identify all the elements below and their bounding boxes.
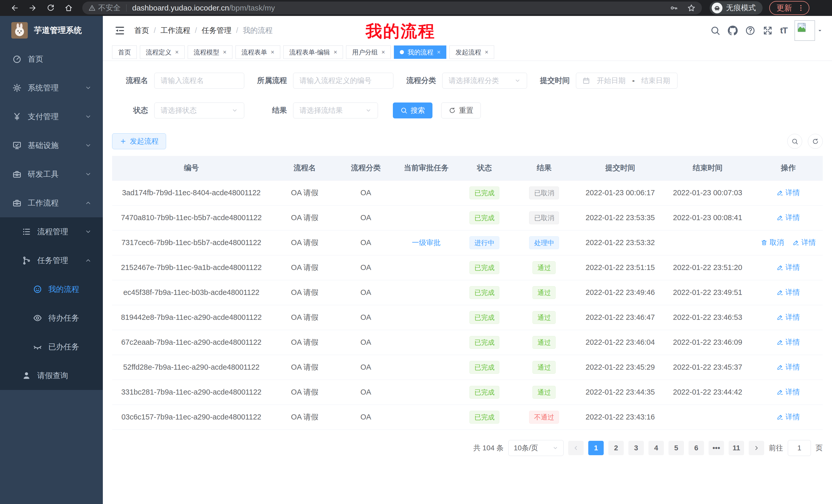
cell-current-task [393,305,460,330]
tab-user-group[interactable]: 用户分组 × [346,46,391,59]
github-icon[interactable] [728,25,738,36]
page-size-select[interactable]: 10条/页 [508,440,564,456]
font-size-icon[interactable]: tT [780,25,787,35]
page-button-11[interactable]: 11 [729,441,744,455]
cancel-link[interactable]: 取消 [761,237,784,247]
breadcrumb-item[interactable]: 任务管理 [202,25,231,36]
refresh-table-button[interactable] [808,134,823,149]
current-task-link[interactable]: 一级审批 [412,238,441,248]
detail-link[interactable]: 详情 [777,337,800,347]
status-select[interactable]: 请选择状态 [154,103,244,118]
detail-link[interactable]: 详情 [777,188,800,198]
sidebar-item-devtools[interactable]: 研发工具 [0,160,103,189]
submit-time-range-picker[interactable]: 开始日期 - 结束日期 [576,73,677,89]
sidebar-item-system[interactable]: 系统管理 [0,74,103,102]
page-button-2[interactable]: 2 [608,441,624,455]
avatar-caret-down-icon[interactable] [816,27,823,34]
sidebar-item-my-process[interactable]: 我的流程 [0,275,103,304]
fullscreen-icon[interactable] [762,25,773,36]
tab-close-icon[interactable]: × [381,49,385,56]
browser-forward-button[interactable] [25,2,41,15]
detail-link[interactable]: 详情 [777,213,800,222]
browser-update-button[interactable]: 更新 [769,1,809,15]
tab-process-form-edit[interactable]: 流程表单-编辑 × [283,46,343,59]
detail-link[interactable]: 详情 [777,262,800,272]
tab-close-icon[interactable]: × [223,49,227,56]
page-button-1[interactable]: 1 [588,441,604,455]
tab-close-icon[interactable]: × [271,49,274,56]
goto-suffix: 页 [815,443,823,453]
tab-start-process[interactable]: 发起流程 × [449,46,494,59]
prev-page-button[interactable] [568,441,583,455]
result-badge: 已取消 [529,212,559,224]
goto-page-input[interactable] [788,440,811,456]
detail-link[interactable]: 详情 [777,412,800,422]
app-logo: 芋道管理系统 [0,16,103,45]
owner-process-input[interactable] [293,73,393,89]
start-process-button[interactable]: 发起流程 [112,133,166,149]
browser-menu-kebab-icon[interactable] [797,4,805,12]
detail-link[interactable]: 详情 [777,312,800,322]
status-placeholder: 请选择状态 [161,106,197,115]
cell-submit-time: 2022-01-22 23:53:35 [579,205,661,230]
search-icon[interactable] [710,25,721,36]
category-select[interactable]: 请选择流程分类 [442,73,527,89]
result-badge: 通过 [532,361,555,374]
table-row: 52ffd28e-7b9a-11ec-a290-acde48001122 OA … [112,355,823,380]
search-button[interactable]: 搜索 [393,103,433,118]
avatar[interactable] [795,20,815,41]
detail-link[interactable]: 详情 [793,237,816,247]
tab-my-process[interactable]: 我的流程 × [394,46,446,59]
tab-close-icon[interactable]: × [175,49,179,56]
tab-close-icon[interactable]: × [437,49,440,56]
sidebar-item-label: 系统管理 [28,83,59,93]
tab-close-icon[interactable]: × [485,49,488,56]
sidebar-item-todo-tasks[interactable]: 待办任务 [0,304,103,332]
detail-link[interactable]: 详情 [777,287,800,297]
breadcrumb-item[interactable]: 工作流程 [160,25,190,36]
detail-link[interactable]: 详情 [777,362,800,372]
broken-image-icon [796,22,807,33]
browser-chrome: 不安全 dashboard.yudao.iocoder.cn/bpm/task/… [0,0,832,16]
reset-button[interactable]: 重置 [441,103,481,118]
filter-row-1: 流程名 所属流程 流程分类 请选择流程分类 提交时间 开始日期 - 结束日期 [112,73,823,89]
sidebar-item-done-tasks[interactable]: 已办任务 [0,332,103,361]
page-ellipsis[interactable]: ••• [709,441,724,455]
password-key-icon[interactable] [670,4,678,12]
process-table: 编号 流程名 流程分类 当前审批任务 状态 结果 提交时间 结束时间 操作 3a… [112,156,823,430]
tab-home[interactable]: 首页 [112,46,137,59]
cell-submit-time: 2022-01-22 23:43:16 [579,404,661,429]
sidebar-item-label: 请假查询 [37,370,68,381]
url-bar[interactable]: 不安全 dashboard.yudao.iocoder.cn/bpm/task/… [82,2,702,15]
cell-id: 2152467e-7b9b-11ec-9a1b-acde48001122 [112,255,270,280]
page-button-3[interactable]: 3 [628,441,644,455]
result-select[interactable]: 请选择流结果 [293,103,378,118]
next-page-button[interactable] [749,441,764,455]
sidebar-collapse-icon[interactable] [114,25,126,36]
sidebar-item-leave-query[interactable]: 请假查询 [0,361,103,390]
browser-home-button[interactable] [61,2,77,15]
sidebar-item-infra[interactable]: 基础设施 [0,131,103,160]
submit-time-label: 提交时间 [536,76,570,86]
tab-process-form[interactable]: 流程表单 × [235,46,280,59]
sidebar-item-task-mgmt[interactable]: 任务管理 [0,246,103,275]
page-button-6[interactable]: 6 [688,441,704,455]
page-button-5[interactable]: 5 [669,441,684,455]
detail-link[interactable]: 详情 [777,387,800,397]
sidebar-item-workflow[interactable]: 工作流程 [0,189,103,217]
tab-process-model[interactable]: 流程模型 × [188,46,232,59]
help-icon[interactable] [745,25,755,36]
page-button-4[interactable]: 4 [648,441,664,455]
sidebar-item-payment[interactable]: 支付管理 [0,102,103,131]
sidebar-item-home[interactable]: 首页 [0,45,103,74]
bookmark-star-icon[interactable] [687,4,696,12]
browser-back-button[interactable] [7,2,23,15]
tab-close-icon[interactable]: × [334,49,337,56]
process-name-input[interactable] [154,73,244,89]
toggle-search-button[interactable] [787,134,802,149]
browser-reload-button[interactable] [43,2,59,15]
tab-process-definition[interactable]: 流程定义 × [140,46,185,59]
sidebar-item-process-mgmt[interactable]: 流程管理 [0,217,103,246]
refresh-icon [812,138,819,145]
breadcrumb-item[interactable]: 首页 [134,25,149,36]
